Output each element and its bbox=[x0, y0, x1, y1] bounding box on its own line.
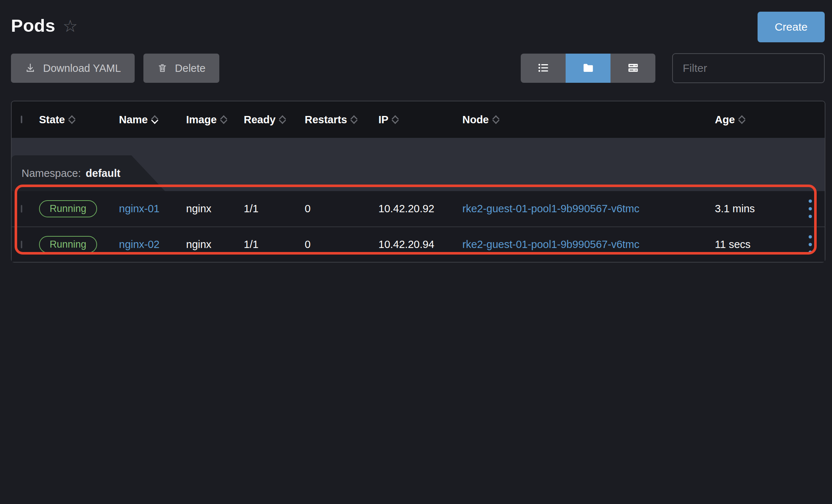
actions-cell bbox=[798, 196, 825, 222]
column-header-image[interactable]: Image bbox=[186, 114, 244, 126]
name-cell: nginx-02 bbox=[119, 239, 186, 251]
bulk-actions: Download YAML Delete bbox=[11, 54, 219, 83]
list-view-icon bbox=[537, 62, 550, 75]
list-view-button[interactable] bbox=[521, 54, 566, 83]
age-header-label: Age bbox=[715, 114, 735, 126]
download-yaml-label: Download YAML bbox=[43, 62, 121, 74]
node-header-label: Node bbox=[462, 114, 489, 126]
sort-icons bbox=[280, 116, 285, 123]
sort-icons bbox=[351, 116, 357, 123]
sort-icons bbox=[739, 116, 744, 123]
image-header-label: Image bbox=[186, 114, 217, 126]
column-header-name[interactable]: Name bbox=[119, 114, 186, 126]
sort-icons bbox=[393, 116, 398, 123]
toolbar: Download YAML Delete bbox=[0, 53, 832, 83]
compact-view-icon bbox=[627, 62, 639, 75]
ip-cell: 10.42.20.94 bbox=[378, 239, 462, 251]
trash-icon bbox=[157, 63, 167, 73]
column-header-age[interactable]: Age bbox=[715, 114, 798, 126]
pod-name-link[interactable]: nginx-02 bbox=[119, 239, 159, 250]
actions-cell bbox=[798, 232, 825, 257]
node-cell: rke2-guest-01-pool1-9b990567-v6tmc bbox=[462, 239, 715, 251]
folder-view-button[interactable] bbox=[566, 54, 610, 83]
group-band: Namespace: default bbox=[12, 138, 825, 191]
node-link[interactable]: rke2-guest-01-pool1-9b990567-v6tmc bbox=[462, 239, 639, 250]
ip-header-label: IP bbox=[378, 114, 388, 126]
favorite-star-icon[interactable]: ☆ bbox=[63, 18, 78, 34]
table-row: Running nginx-01 nginx 1/1 0 10.42.20.92… bbox=[12, 191, 825, 226]
pod-name-link[interactable]: nginx-01 bbox=[119, 203, 159, 214]
restarts-cell: 0 bbox=[305, 239, 378, 251]
select-all-checkbox[interactable] bbox=[21, 116, 22, 123]
folder-view-icon bbox=[582, 62, 594, 75]
ready-header-label: Ready bbox=[244, 114, 276, 126]
state-cell: Running bbox=[39, 236, 119, 253]
page-header: Pods ☆ Create bbox=[0, 0, 832, 42]
download-yaml-button[interactable]: Download YAML bbox=[11, 54, 135, 83]
state-header-label: State bbox=[39, 114, 65, 126]
table-row: Running nginx-02 nginx 1/1 0 10.42.20.94… bbox=[12, 226, 825, 262]
row-select-cell bbox=[12, 206, 39, 212]
status-badge: Running bbox=[39, 200, 97, 217]
image-cell: nginx bbox=[186, 203, 244, 215]
filter-input[interactable] bbox=[672, 53, 825, 83]
pods-table: State Name Image Ready Restarts IP bbox=[11, 101, 825, 263]
delete-button[interactable]: Delete bbox=[143, 54, 219, 83]
table-header-row: State Name Image Ready Restarts IP bbox=[12, 101, 825, 138]
name-cell: nginx-01 bbox=[119, 203, 186, 215]
column-header-ip[interactable]: IP bbox=[378, 114, 462, 126]
compact-view-button[interactable] bbox=[610, 54, 655, 83]
image-cell: nginx bbox=[186, 239, 244, 251]
column-header-ready[interactable]: Ready bbox=[244, 114, 305, 126]
node-cell: rke2-guest-01-pool1-9b990567-v6tmc bbox=[462, 203, 715, 215]
name-header-label: Name bbox=[119, 114, 148, 126]
restarts-header-label: Restarts bbox=[305, 114, 347, 126]
sort-icons bbox=[493, 116, 498, 123]
namespace-value: default bbox=[86, 167, 120, 179]
column-header-state[interactable]: State bbox=[39, 114, 119, 126]
title-wrap: Pods ☆ bbox=[11, 15, 78, 36]
namespace-label: Namespace: bbox=[22, 167, 81, 179]
node-link[interactable]: rke2-guest-01-pool1-9b990567-v6tmc bbox=[462, 203, 639, 214]
page-title: Pods bbox=[11, 15, 55, 36]
namespace-group-tab: Namespace: default bbox=[12, 155, 165, 191]
row-actions-menu-icon[interactable] bbox=[798, 196, 822, 222]
state-cell: Running bbox=[39, 200, 119, 217]
create-button[interactable]: Create bbox=[758, 12, 825, 42]
download-icon bbox=[25, 63, 36, 74]
row-actions-menu-icon[interactable] bbox=[798, 232, 822, 257]
sort-icons-active bbox=[152, 116, 157, 123]
sort-icons bbox=[221, 116, 226, 123]
ready-cell: 1/1 bbox=[244, 203, 305, 215]
view-mode-toggle bbox=[521, 54, 655, 83]
restarts-cell: 0 bbox=[305, 203, 378, 215]
column-header-node[interactable]: Node bbox=[462, 114, 715, 126]
age-cell: 11 secs bbox=[715, 239, 798, 251]
delete-label: Delete bbox=[175, 62, 205, 74]
row-select-cell bbox=[12, 241, 39, 248]
ip-cell: 10.42.20.92 bbox=[378, 203, 462, 215]
row-checkbox[interactable] bbox=[21, 205, 22, 213]
select-all-cell bbox=[12, 116, 39, 123]
pods-page: Pods ☆ Create Download YAML bbox=[0, 0, 832, 504]
sort-icons bbox=[69, 116, 74, 123]
status-badge: Running bbox=[39, 236, 97, 253]
toolbar-right bbox=[521, 53, 825, 83]
age-cell: 3.1 mins bbox=[715, 203, 798, 215]
column-header-restarts[interactable]: Restarts bbox=[305, 114, 378, 126]
row-checkbox[interactable] bbox=[21, 241, 22, 248]
ready-cell: 1/1 bbox=[244, 239, 305, 251]
